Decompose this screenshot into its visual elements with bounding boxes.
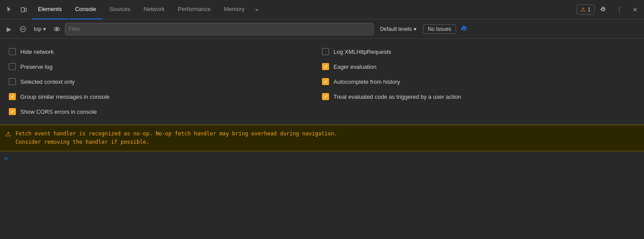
checkbox-preserve-log[interactable]: Preserve log xyxy=(9,59,322,74)
context-arrow-icon: ▾ xyxy=(43,26,46,32)
context-label: top xyxy=(34,26,41,32)
checkbox-hide-network[interactable]: Hide network xyxy=(9,44,322,59)
clear-console-btn[interactable] xyxy=(17,23,29,35)
hide-network-checkbox[interactable] xyxy=(9,48,16,55)
console-settings-btn[interactable] xyxy=(458,23,470,35)
autocomplete-checkbox[interactable] xyxy=(322,78,329,85)
settings-grid: Hide network Preserve log Selected conte… xyxy=(9,44,635,119)
cursor-icon xyxy=(5,6,12,13)
tab-bar-left: Elements Console Sources Network Perform… xyxy=(2,0,262,19)
tab-bar-right: ⚠ 1 ⋮ ✕ xyxy=(577,3,642,17)
svg-point-5 xyxy=(56,28,58,30)
close-icon: ✕ xyxy=(633,6,638,13)
checkbox-autocomplete[interactable]: Autocomplete from history xyxy=(322,74,635,89)
treat-evaluated-checkbox[interactable] xyxy=(322,93,329,100)
warning-triangle-icon: ⚠ xyxy=(580,6,586,13)
tab-console[interactable]: Console xyxy=(69,0,102,19)
gear-icon xyxy=(600,6,607,13)
settings-panel: Hide network Preserve log Selected conte… xyxy=(0,39,644,125)
tab-sources[interactable]: Sources xyxy=(103,0,137,19)
default-levels-btn[interactable]: Default levels ▾ xyxy=(375,24,421,34)
more-options-btn[interactable]: ⋮ xyxy=(612,3,626,17)
group-similar-checkbox[interactable] xyxy=(9,93,16,100)
settings-right-col: Log XMLHttpRequests Eager evaluation Aut… xyxy=(322,44,635,119)
more-dots-icon: ⋮ xyxy=(616,6,622,13)
eye-btn[interactable] xyxy=(51,23,63,35)
checkbox-treat-evaluated[interactable]: Treat evaluated code as triggered by a u… xyxy=(322,89,635,104)
device-toggle-btn[interactable] xyxy=(17,3,31,17)
checkbox-show-cors[interactable]: Show CORS errors in console xyxy=(9,104,322,119)
context-selector[interactable]: top ▾ xyxy=(31,25,49,34)
log-xml-checkbox[interactable] xyxy=(322,48,329,55)
preserve-log-checkbox[interactable] xyxy=(9,63,16,70)
console-toolbar: ▶ top ▾ Default levels ▾ No Issues xyxy=(0,19,644,39)
tab-more-btn[interactable]: » xyxy=(252,0,262,19)
settings-left-col: Hide network Preserve log Selected conte… xyxy=(9,44,322,119)
tab-bar: Elements Console Sources Network Perform… xyxy=(0,0,644,19)
cursor-icon-btn[interactable] xyxy=(2,3,16,17)
settings-btn[interactable] xyxy=(596,3,610,17)
tab-performance[interactable]: Performance xyxy=(172,0,217,19)
eager-eval-checkbox[interactable] xyxy=(322,63,329,70)
svg-rect-0 xyxy=(21,7,24,12)
play-icon: ▶ xyxy=(7,26,11,33)
console-prompt: > xyxy=(4,155,8,162)
checkbox-selected-context[interactable]: Selected context only xyxy=(9,74,322,89)
tab-network[interactable]: Network xyxy=(138,0,171,19)
checkbox-group-similar[interactable]: Group similar messages in console xyxy=(9,89,322,104)
eye-icon xyxy=(53,26,60,33)
tab-elements[interactable]: Elements xyxy=(32,0,68,19)
warning-message-row: ⚠ Fetch event handler is recognized as n… xyxy=(0,125,644,151)
tab-memory[interactable]: Memory xyxy=(218,0,251,19)
levels-arrow-icon: ▾ xyxy=(414,26,416,32)
checkbox-eager-eval[interactable]: Eager evaluation xyxy=(322,59,635,74)
warning-triangle-icon: ⚠ xyxy=(5,130,11,138)
device-icon xyxy=(20,6,27,13)
close-btn[interactable]: ✕ xyxy=(628,3,642,17)
run-btn[interactable]: ▶ xyxy=(3,23,15,35)
no-issues-btn[interactable]: No Issues xyxy=(423,24,456,34)
svg-rect-1 xyxy=(25,8,26,11)
console-input-row: > xyxy=(0,151,644,165)
filter-input[interactable] xyxy=(65,23,374,35)
warning-message-text: Fetch event handler is recognized as no-… xyxy=(15,130,337,146)
console-gear-icon xyxy=(461,25,468,33)
checkbox-log-xml[interactable]: Log XMLHttpRequests xyxy=(322,44,635,59)
selected-context-checkbox[interactable] xyxy=(9,78,16,85)
clear-icon xyxy=(19,26,26,33)
warning-count-badge[interactable]: ⚠ 1 xyxy=(577,4,595,15)
show-cors-checkbox[interactable] xyxy=(9,108,16,115)
